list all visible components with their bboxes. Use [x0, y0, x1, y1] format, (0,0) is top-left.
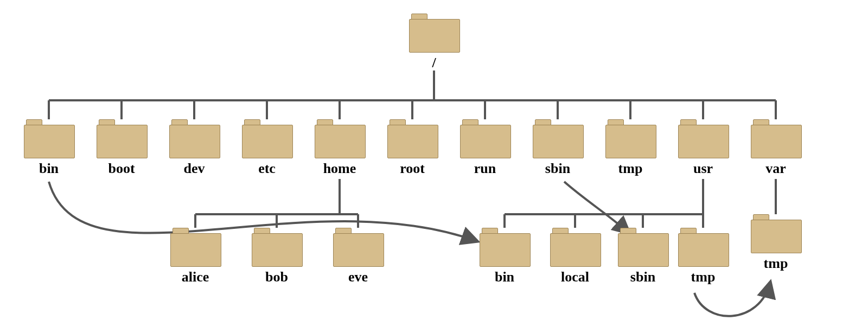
folder-dev: dev [167, 119, 221, 177]
folder-var: var [749, 119, 803, 177]
folder-run: run [458, 119, 512, 177]
folder-usr-tmp: tmp [676, 228, 730, 285]
folder-label: usr [676, 161, 730, 177]
folder-etc: etc [240, 119, 294, 177]
folder-boot: boot [94, 119, 149, 177]
folder-icon [480, 228, 529, 266]
folder-icon [751, 119, 801, 157]
folder-alice: alice [168, 228, 222, 285]
folder-icon [252, 228, 302, 266]
folder-icon [242, 119, 292, 157]
folder-icon [409, 14, 459, 52]
folder-label: root [385, 161, 439, 177]
folder-icon [678, 119, 728, 157]
folder-icon [170, 228, 220, 266]
folder-tmp: tmp [603, 119, 658, 177]
folder-icon [333, 228, 383, 266]
folder-label: home [312, 161, 367, 177]
filesystem-tree-diagram: / bin boot dev etc home root run sbin tm… [0, 0, 868, 333]
folder-icon [618, 228, 668, 266]
folder-label: sbin [616, 269, 670, 285]
folder-label: / [407, 55, 461, 71]
folder-label: tmp [603, 161, 658, 177]
folder-bin: bin [22, 119, 76, 177]
folder-sbin: sbin [531, 119, 585, 177]
folder-root-dir: root [385, 119, 439, 177]
folder-bob: bob [250, 228, 304, 285]
folder-icon [533, 119, 583, 157]
folder-eve: eve [331, 228, 385, 285]
folder-label: alice [168, 269, 222, 285]
folder-icon [605, 119, 655, 157]
folder-icon [550, 228, 600, 266]
folder-home: home [312, 119, 367, 177]
folder-icon [678, 228, 728, 266]
folder-icon [460, 119, 510, 157]
folder-label: tmp [749, 255, 803, 272]
folder-icon [315, 119, 365, 157]
folder-icon [169, 119, 219, 157]
folder-label: run [458, 161, 512, 177]
folder-label: sbin [531, 161, 585, 177]
folder-usr-local: local [548, 228, 602, 285]
folder-label: dev [167, 161, 221, 177]
folder-label: bin [477, 269, 532, 285]
folder-root: / [407, 14, 461, 71]
folder-var-tmp: tmp [749, 214, 803, 272]
folder-icon [24, 119, 74, 157]
folder-icon [751, 214, 801, 252]
folder-label: eve [331, 269, 385, 285]
folder-label: tmp [676, 269, 730, 285]
folder-usr-bin: bin [477, 228, 532, 285]
folder-label: local [548, 269, 602, 285]
folder-icon [387, 119, 437, 157]
folder-usr: usr [676, 119, 730, 177]
folder-usr-sbin: sbin [616, 228, 670, 285]
folder-label: boot [94, 161, 149, 177]
folder-label: etc [240, 161, 294, 177]
folder-label: bin [22, 161, 76, 177]
folder-label: bob [250, 269, 304, 285]
folder-label: var [749, 161, 803, 177]
folder-icon [97, 119, 146, 157]
